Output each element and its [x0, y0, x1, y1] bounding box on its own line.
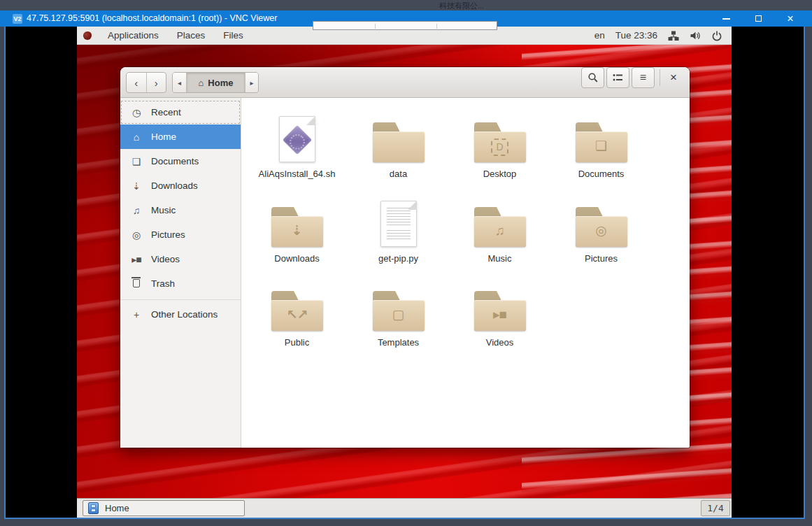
file-name: Templates: [348, 337, 449, 348]
menu-files[interactable]: Files: [214, 27, 252, 45]
sidebar-item-pictures[interactable]: ◎ Pictures: [120, 222, 241, 247]
folder-downloads[interactable]: ⇣ Downloads: [246, 194, 348, 264]
sidebar-item-downloads[interactable]: ⇣ Downloads: [120, 173, 241, 198]
search-button[interactable]: [581, 67, 604, 88]
text-file-icon: [380, 201, 417, 247]
sidebar-item-videos[interactable]: ▸■ Videos: [120, 247, 241, 271]
menu-places[interactable]: Places: [168, 27, 215, 45]
folder-downloads-icon: ⇣: [271, 207, 323, 247]
file-name: get-pip.py: [348, 253, 449, 264]
folder-templates[interactable]: ▢ Templates: [348, 278, 449, 348]
sidebar-item-documents[interactable]: ❏ Documents: [120, 149, 241, 173]
file-name: Downloads: [246, 253, 348, 264]
vnc-toolbar-peek[interactable]: [313, 21, 497, 30]
recent-icon: ◷: [131, 107, 142, 118]
menu-button[interactable]: ≡: [632, 67, 655, 88]
list-view-icon: [613, 73, 623, 83]
network-icon[interactable]: [668, 30, 679, 41]
folder-documents-icon: ❏: [576, 122, 627, 162]
sidebar-label: Music: [151, 205, 176, 215]
folder-desktop-icon: D: [474, 122, 526, 162]
location-button[interactable]: ⌂ Home: [186, 73, 245, 92]
workspace-indicator[interactable]: 1/4: [701, 500, 730, 516]
view-toggle-button[interactable]: [606, 67, 629, 88]
forward-button[interactable]: ›: [146, 73, 166, 92]
back-button[interactable]: ‹: [127, 73, 146, 92]
path-prev-icon[interactable]: ◂: [173, 73, 186, 92]
file-name: data: [348, 169, 449, 179]
folder-data[interactable]: data: [348, 109, 449, 179]
folder-pictures-icon: ◎: [576, 207, 627, 247]
nav-buttons: ‹ ›: [126, 72, 166, 93]
file-name: Music: [449, 253, 550, 264]
sidebar-item-recent[interactable]: ◷ Recent: [120, 100, 241, 125]
folder-documents[interactable]: ❏ Documents: [550, 109, 652, 179]
maximize-button[interactable]: [742, 10, 774, 27]
camera-icon: ◎: [131, 229, 142, 241]
plus-icon: +: [131, 309, 142, 320]
folder-templates-icon: ▢: [373, 291, 425, 331]
sidebar-label: Videos: [151, 254, 180, 264]
file-grid[interactable]: AliAqsInstall_64.sh data D Desktop ❏ Doc…: [241, 98, 690, 448]
files-toolbar: ‹ › ◂ ⌂ Home ▸ ≡: [120, 67, 690, 98]
file-aliaqsinstall[interactable]: AliAqsInstall_64.sh: [246, 109, 348, 179]
video-camera-icon: ▸■: [131, 254, 142, 265]
taskbar-button-label: Home: [105, 503, 129, 513]
location-label: Home: [208, 78, 233, 88]
files-close-button[interactable]: ×: [663, 69, 684, 87]
sidebar-separator: [120, 299, 241, 300]
sidebar-item-music[interactable]: ♫ Music: [120, 198, 241, 222]
vnc-window-title: 47.75.127.95:5901 (localhost.localdomain…: [27, 13, 277, 23]
volume-icon[interactable]: [690, 30, 701, 41]
workspace-indicator-label: 1/4: [707, 503, 723, 513]
power-icon[interactable]: [711, 30, 722, 41]
window-controls: ×: [710, 10, 806, 27]
clock[interactable]: Tue 23:36: [615, 30, 657, 41]
file-name: Videos: [449, 337, 550, 348]
file-name: Desktop: [449, 169, 550, 179]
file-name: Pictures: [550, 253, 652, 264]
gnome-status-area: en Tue 23:36: [594, 30, 732, 41]
applications-menu-icon[interactable]: [83, 31, 92, 40]
taskbar-home-button[interactable]: Home: [83, 500, 245, 516]
document-icon: ❏: [131, 156, 142, 167]
window-list-taskbar: Home 1/4: [77, 498, 732, 518]
sidebar-label: Trash: [151, 278, 175, 289]
home-icon: ⌂: [199, 78, 204, 88]
folder-icon: [373, 122, 425, 162]
toolbar-separator: [660, 69, 660, 86]
folder-videos[interactable]: ▸■ Videos: [449, 278, 550, 348]
sidebar-item-trash[interactable]: Trash: [120, 271, 241, 296]
sidebar-label: Home: [151, 132, 176, 142]
menu-applications[interactable]: Applications: [99, 27, 168, 45]
folder-desktop[interactable]: D Desktop: [449, 109, 550, 179]
host-desktop-strip: 科技有限公...: [0, 0, 812, 10]
hamburger-icon: ≡: [640, 71, 646, 84]
folder-public-icon: ↖↗: [271, 291, 323, 331]
folder-videos-icon: ▸■: [474, 291, 526, 331]
sidebar-label: Pictures: [151, 229, 185, 240]
file-name: Public: [246, 337, 348, 348]
files-close-icon: ×: [670, 71, 677, 85]
gnome-menus: Applications Places Files: [77, 27, 252, 45]
file-name: Documents: [550, 169, 652, 179]
music-icon: ♫: [131, 205, 142, 216]
path-next-icon[interactable]: ▸: [245, 73, 258, 92]
keyboard-layout-indicator[interactable]: en: [594, 30, 605, 41]
folder-public[interactable]: ↖↗ Public: [246, 278, 348, 348]
folder-music[interactable]: ♫ Music: [449, 194, 550, 264]
minimize-button[interactable]: [710, 10, 742, 27]
sidebar-label: Downloads: [151, 180, 198, 191]
sidebar-label: Documents: [151, 156, 199, 166]
shell-script-icon: [279, 116, 315, 162]
files-sidebar: ◷ Recent ⌂ Home ❏ Documents ⇣ Downloads …: [120, 98, 241, 448]
download-icon: ⇣: [131, 180, 142, 192]
sidebar-item-other-locations[interactable]: + Other Locations: [120, 302, 241, 327]
search-icon: [587, 72, 599, 83]
sidebar-item-home[interactable]: ⌂ Home: [120, 125, 241, 149]
file-get-pip[interactable]: get-pip.py: [348, 194, 449, 264]
remote-desktop: Applications Places Files en Tue 23:36: [77, 27, 732, 518]
folder-pictures[interactable]: ◎ Pictures: [550, 194, 652, 264]
close-button[interactable]: ×: [774, 10, 806, 27]
background-window-title: 科技有限公...: [439, 1, 484, 11]
